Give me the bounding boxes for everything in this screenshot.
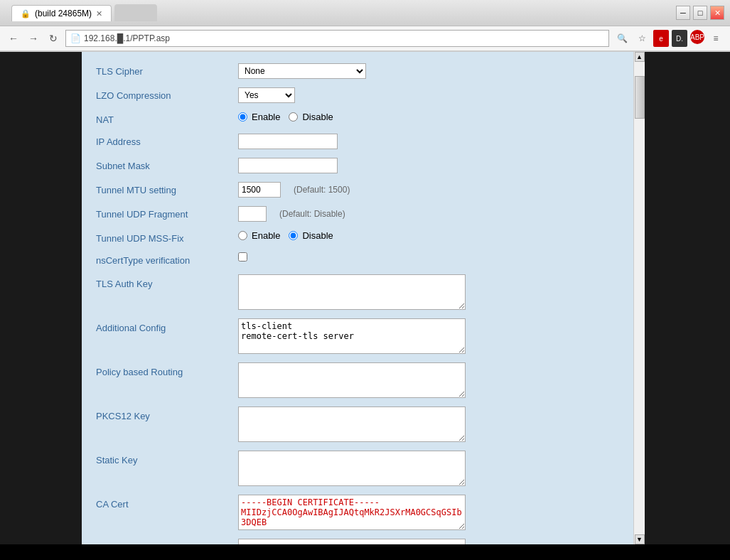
nat-enable-text: Enable: [252, 112, 280, 122]
additional-config-label: Additional Config: [96, 318, 238, 333]
scrollbar-thumb[interactable]: [635, 76, 645, 119]
subnet-mask-label: Subnet Mask: [96, 158, 238, 171]
left-sidebar: [0, 52, 82, 544]
subnet-mask-controls: [238, 158, 619, 173]
nat-enable-radio[interactable]: [238, 112, 247, 122]
nat-disable-text: Disable: [302, 112, 333, 122]
scrollbar[interactable]: ▲ ▼: [633, 52, 645, 544]
policy-routing-controls: [238, 362, 619, 398]
nat-row: NAT Enable Disable: [96, 107, 619, 129]
static-key-row: Static Key: [96, 446, 619, 490]
mss-disable-label[interactable]: Disable: [289, 230, 333, 241]
ca-cert-textarea[interactable]: -----BEGIN CERTIFICATE----- MIIDzjCCA0Og…: [238, 495, 466, 530]
nav-bar: ← → ↻ 📄 192.168.█.1/PPTP.asp 🔍 ☆ e D. AB…: [0, 26, 730, 51]
static-key-controls: [238, 451, 619, 486]
ns-cert-type-checkbox[interactable]: [238, 252, 247, 262]
additional-config-controls: tls-client remote-cert-tls server: [238, 318, 619, 354]
tunnel-mtu-row: Tunnel MTU setting 1500 (Default: 1500): [96, 178, 619, 202]
minimize-button[interactable]: ─: [676, 6, 690, 20]
ca-cert-controls: -----BEGIN CERTIFICATE----- MIIDzjCCA0Og…: [238, 495, 619, 530]
public-client-cert-label: Public Client Cert: [96, 539, 238, 544]
mss-disable-radio[interactable]: [289, 231, 298, 240]
menu-icon[interactable]: ≡: [707, 30, 724, 47]
star-icon[interactable]: ☆: [633, 30, 650, 47]
tls-cipher-label: TLS Cipher: [96, 63, 238, 77]
public-client-cert-row: Public Client Cert: [96, 534, 619, 544]
tunnel-mtu-input[interactable]: 1500: [238, 182, 281, 198]
static-key-textarea[interactable]: [238, 451, 466, 486]
forward-button[interactable]: →: [26, 31, 41, 46]
tls-auth-key-label: TLS Auth Key: [96, 274, 238, 289]
tunnel-udp-mss-label: Tunnel UDP MSS-Fix: [96, 230, 238, 244]
active-tab[interactable]: 🔒 (build 24865M) ✕: [11, 5, 112, 21]
scrollbar-down-arrow[interactable]: ▼: [635, 534, 645, 544]
tunnel-udp-fragment-controls: (Default: Disable): [238, 206, 619, 222]
tunnel-mtu-hint: (Default: 1500): [294, 185, 350, 195]
window-controls: ─ □ ✕: [676, 6, 724, 20]
browser-chrome: 🔒 (build 24865M) ✕ ─ □ ✕ ← → ↻ 📄 192.168…: [0, 0, 730, 52]
ca-cert-label: CA Cert: [96, 495, 238, 510]
page-icon: 📄: [70, 33, 81, 43]
lzo-compression-controls: Yes No Adaptive: [238, 87, 619, 103]
main-content: TLS Cipher None AES-128-CBC AES-256-CBC …: [82, 52, 633, 544]
scrollbar-up-arrow[interactable]: ▲: [635, 52, 645, 62]
nat-disable-label[interactable]: Disable: [289, 112, 333, 122]
tls-auth-key-textarea[interactable]: [238, 274, 466, 310]
public-client-cert-controls: [238, 539, 619, 544]
tls-cipher-select[interactable]: None AES-128-CBC AES-256-CBC: [238, 63, 366, 79]
address-bar[interactable]: 📄 192.168.█.1/PPTP.asp: [65, 30, 609, 47]
nat-controls: Enable Disable: [238, 112, 619, 122]
new-tab-area: [114, 4, 157, 21]
tunnel-udp-fragment-hint: (Default: Disable): [279, 209, 345, 219]
tls-auth-key-controls: [238, 274, 619, 310]
refresh-button[interactable]: ↻: [45, 31, 61, 46]
mss-radio-group: Enable Disable: [238, 230, 333, 241]
tab-label: (build 24865M): [35, 9, 92, 18]
policy-routing-label: Policy based Routing: [96, 362, 238, 377]
lzo-compression-label: LZO Compression: [96, 87, 238, 101]
subnet-mask-row: Subnet Mask: [96, 154, 619, 178]
additional-config-textarea[interactable]: tls-client remote-cert-tls server: [238, 318, 466, 354]
static-key-label: Static Key: [96, 451, 238, 465]
public-client-cert-textarea[interactable]: [238, 539, 466, 544]
lzo-compression-row: LZO Compression Yes No Adaptive: [96, 83, 619, 107]
ip-address-input[interactable]: [238, 134, 338, 149]
browser-content: TLS Cipher None AES-128-CBC AES-256-CBC …: [0, 52, 730, 544]
policy-routing-row: Policy based Routing: [96, 358, 619, 402]
tab-close-icon[interactable]: ✕: [96, 9, 102, 18]
lzo-compression-select[interactable]: Yes No Adaptive: [238, 87, 295, 103]
ip-address-row: IP Address: [96, 129, 619, 154]
tls-cipher-controls: None AES-128-CBC AES-256-CBC: [238, 63, 619, 79]
tunnel-udp-fragment-row: Tunnel UDP Fragment (Default: Disable): [96, 202, 619, 226]
nat-disable-radio[interactable]: [289, 112, 298, 122]
settings-form: TLS Cipher None AES-128-CBC AES-256-CBC …: [96, 59, 619, 544]
mss-enable-text: Enable: [252, 230, 280, 241]
ext1-icon[interactable]: e: [653, 30, 669, 47]
nat-enable-label[interactable]: Enable: [238, 112, 280, 122]
ca-cert-row: CA Cert -----BEGIN CERTIFICATE----- MIID…: [96, 490, 619, 534]
subnet-mask-input[interactable]: [238, 158, 338, 173]
ext2-icon[interactable]: D.: [672, 30, 687, 47]
pkcs12-key-row: PKCS12 Key: [96, 402, 619, 446]
url-text: 192.168.█.1/PPTP.asp: [84, 33, 170, 43]
tunnel-udp-fragment-label: Tunnel UDP Fragment: [96, 206, 238, 220]
tls-cipher-row: TLS Cipher None AES-128-CBC AES-256-CBC: [96, 59, 619, 83]
tunnel-mtu-controls: 1500 (Default: 1500): [238, 182, 619, 198]
ext3-icon[interactable]: ABP: [690, 30, 704, 44]
pkcs12-key-textarea[interactable]: [238, 406, 466, 442]
tls-auth-key-row: TLS Auth Key: [96, 270, 619, 314]
tunnel-udp-fragment-input[interactable]: [238, 206, 267, 222]
tunnel-udp-mss-controls: Enable Disable: [238, 230, 619, 241]
mss-disable-text: Disable: [302, 230, 333, 241]
mss-enable-label[interactable]: Enable: [238, 230, 280, 241]
search-icon[interactable]: 🔍: [613, 30, 630, 47]
close-button[interactable]: ✕: [710, 6, 724, 20]
mss-enable-radio[interactable]: [238, 231, 247, 240]
nat-radio-group: Enable Disable: [238, 112, 333, 122]
ip-address-label: IP Address: [96, 134, 238, 147]
back-button[interactable]: ←: [6, 31, 21, 46]
policy-routing-textarea[interactable]: [238, 362, 466, 398]
tab-area: 🔒 (build 24865M) ✕: [6, 4, 163, 21]
ns-cert-type-row: nsCertType verification: [96, 248, 619, 270]
maximize-button[interactable]: □: [693, 6, 707, 20]
